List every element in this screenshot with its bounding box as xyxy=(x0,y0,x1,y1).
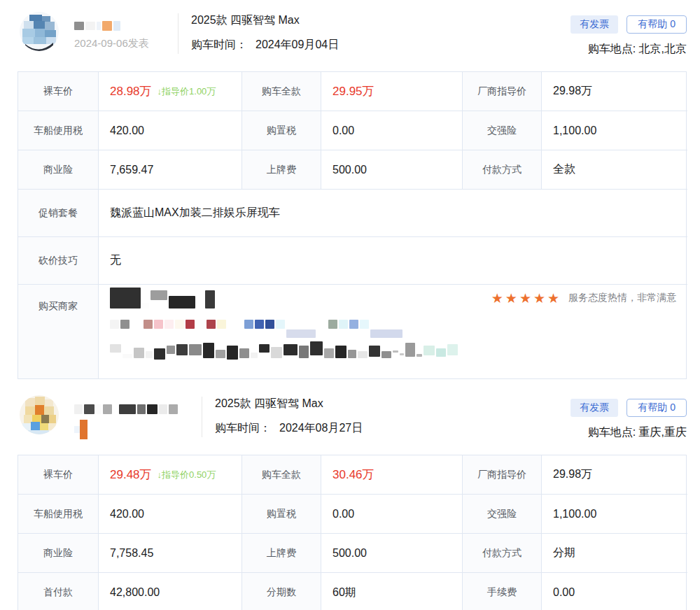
avatar[interactable] xyxy=(20,12,59,51)
blur-pixel xyxy=(216,350,225,358)
field-value: 29.98万 xyxy=(542,72,687,111)
blur-pixel xyxy=(176,344,188,355)
blur-pixel xyxy=(205,290,215,308)
blurred-username xyxy=(74,21,178,30)
below-msrp-note: ↓指导价0.50万 xyxy=(158,469,216,481)
blur-pixel xyxy=(175,320,184,329)
field-label: 商业险 xyxy=(18,534,99,573)
blur-pixel xyxy=(197,304,204,308)
blur-pixel xyxy=(134,348,144,358)
field-value: 42,800.00 xyxy=(99,573,242,610)
blur-pixel xyxy=(120,320,130,329)
field-value: 1,100.00 xyxy=(542,495,687,534)
blur-pixel xyxy=(164,320,174,329)
field-value: 420.00 xyxy=(99,111,242,150)
price-table: 裸车价 29.48万 ↓指导价0.50万 购车全款 30.46万 厂商指导价 2… xyxy=(18,455,687,610)
post-date: 2024-09-06发表 xyxy=(74,37,178,50)
dealer-rating: ★★★★★ 服务态度热情，非常满意 xyxy=(491,290,676,306)
field-value: 60期 xyxy=(321,573,463,610)
avatar-pixelated-image xyxy=(20,395,59,434)
invoice-badge: 有发票 xyxy=(570,399,618,417)
blur-pixel xyxy=(317,326,327,329)
car-info: 2025款 四驱智驾 Max 购车时间： 2024年09月04日 xyxy=(191,12,339,52)
entry-header: 2024-09-06发表 2025款 四驱智驾 Max 购车时间： 2024年0… xyxy=(0,0,700,71)
blur-pixel xyxy=(259,344,270,353)
field-value: 29.48万 ↓指导价0.50万 xyxy=(99,455,242,495)
blur-pixel xyxy=(447,344,458,355)
helpful-button[interactable]: 有帮助 0 xyxy=(626,15,687,34)
entry-header: 2025款 四驱智驾 Max 购车时间： 2024年08月27日 有发票 有帮助… xyxy=(0,379,700,455)
field-value: 7,659.47 xyxy=(99,150,242,190)
blur-pixel xyxy=(189,344,202,355)
field-value: 29.98万 xyxy=(542,455,687,495)
field-label: 付款方式 xyxy=(463,150,542,190)
blur-pixel xyxy=(310,341,323,355)
blur-pixel xyxy=(244,320,253,329)
header-divider xyxy=(202,397,202,437)
field-label: 购置税 xyxy=(242,495,321,534)
price-post-entry: 2025款 四驱智驾 Max 购车时间： 2024年08月27日 有发票 有帮助… xyxy=(0,379,700,610)
blur-pixel xyxy=(131,326,142,329)
field-value: 500.00 xyxy=(321,534,463,573)
blur-pixel xyxy=(339,320,348,329)
purchase-time-label: 购车时间： xyxy=(215,421,271,436)
blur-pixel xyxy=(370,329,402,338)
helpful-button[interactable]: 有帮助 0 xyxy=(626,399,687,417)
field-label: 车船使用税 xyxy=(18,495,99,534)
header-divider xyxy=(178,13,178,54)
blur-pixel xyxy=(169,296,195,308)
purchase-time-line: 购车时间： 2024年09月04日 xyxy=(191,38,339,52)
field-label: 厂商指导价 xyxy=(463,72,542,111)
field-label: 付款方式 xyxy=(463,534,542,573)
field-label: 促销套餐 xyxy=(18,190,99,237)
full-payment: 30.46万 xyxy=(332,467,374,483)
field-value: 7,758.45 xyxy=(99,534,242,573)
field-label: 商业险 xyxy=(18,150,99,190)
blur-pixel xyxy=(276,320,285,329)
blur-pixel xyxy=(227,326,243,329)
blurred-username xyxy=(74,404,202,414)
field-value: 29.95万 xyxy=(321,72,463,111)
field-label: 上牌费 xyxy=(242,534,321,573)
blur-pixel xyxy=(382,351,391,358)
user-info xyxy=(74,395,202,439)
blur-pixel xyxy=(103,404,112,414)
blur-pixel xyxy=(169,404,178,414)
field-value: 0.00 xyxy=(542,573,687,610)
avatar[interactable] xyxy=(20,395,59,434)
field-value: 30.46万 xyxy=(321,455,463,495)
blur-pixel xyxy=(239,348,249,358)
field-value: 0.00 xyxy=(321,111,463,150)
blur-pixel xyxy=(159,404,167,414)
blur-pixel xyxy=(186,320,195,329)
field-label: 购车全款 xyxy=(242,72,321,111)
blur-pixel xyxy=(167,346,175,354)
blur-pixel xyxy=(74,426,80,433)
field-label: 裸车价 xyxy=(18,72,99,111)
dealer-info: ★★★★★ 服务态度热情，非常满意 xyxy=(99,285,687,378)
blur-pixel xyxy=(251,353,258,358)
blur-pixel xyxy=(284,344,298,355)
blur-pixel xyxy=(122,354,132,358)
bargain-tips-value: 无 xyxy=(99,237,687,285)
field-label: 厂商指导价 xyxy=(463,455,542,495)
blur-pixel xyxy=(203,343,214,358)
blur-pixel xyxy=(97,22,101,30)
blur-pixel xyxy=(154,320,163,329)
review-text: 服务态度热情，非常满意 xyxy=(568,292,676,304)
field-label: 购车全款 xyxy=(242,455,321,495)
field-value: 500.00 xyxy=(321,150,463,190)
blur-pixel xyxy=(299,346,309,358)
field-label: 手续费 xyxy=(463,573,542,610)
field-label: 车船使用税 xyxy=(18,111,99,150)
blur-pixel xyxy=(110,344,121,353)
price-table: 裸车价 28.98万 ↓指导价1.00万 购车全款 29.95万 厂商指导价 2… xyxy=(18,71,687,379)
blur-pixel xyxy=(348,350,356,358)
blur-pixel xyxy=(110,288,141,308)
blurred-dealer-address xyxy=(110,341,676,358)
blur-pixel xyxy=(400,353,404,355)
field-value: 0.00 xyxy=(321,495,463,534)
blur-pixel xyxy=(96,404,102,414)
purchase-time-value: 2024年09月04日 xyxy=(255,38,339,52)
car-trim-title: 2025款 四驱智驾 Max xyxy=(191,13,339,28)
